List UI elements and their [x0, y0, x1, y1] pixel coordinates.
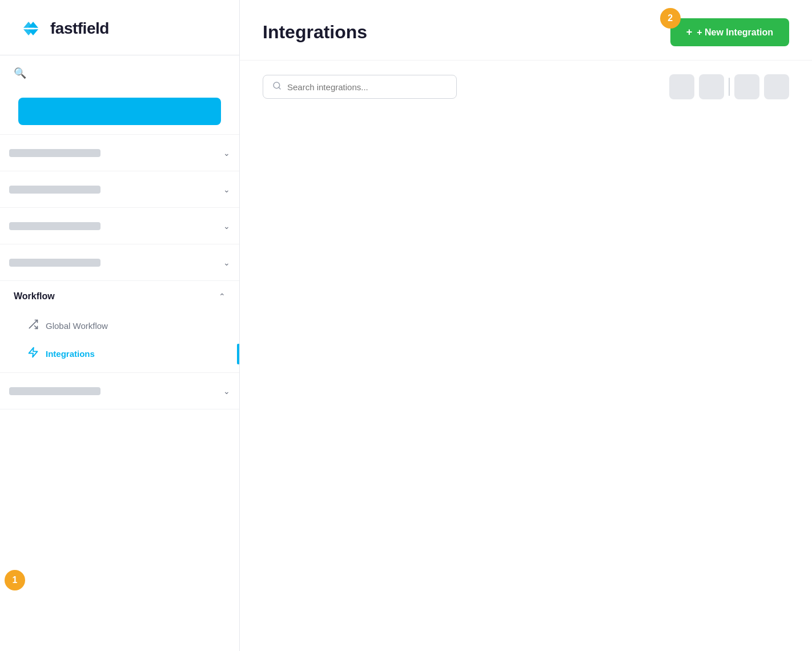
- nav-item-3[interactable]: ⌄: [0, 208, 239, 244]
- toolbar-btn-3[interactable]: [734, 74, 759, 99]
- new-integration-label: + New Integration: [697, 27, 773, 38]
- nav-item-skeleton-bar: [9, 222, 101, 230]
- main-header: Integrations 2 + + New Integration: [240, 0, 812, 61]
- nav-item-4[interactable]: ⌄: [0, 244, 239, 281]
- workflow-section: Workflow ⌃ Global Workflow: [0, 281, 239, 373]
- sidebar-item-label: Integrations: [46, 349, 95, 359]
- logo-text: fastfield: [50, 19, 109, 38]
- chevron-down-icon: ⌄: [223, 222, 230, 231]
- toolbar-btn-4[interactable]: [764, 74, 789, 99]
- sidebar-search-row[interactable]: 🔍: [0, 55, 239, 89]
- nav-item-skeleton-bar: [9, 387, 101, 395]
- sidebar: fastfield 🔍 ⌄ ⌄ ⌄ ⌄ Workf: [0, 0, 240, 651]
- nav-item-bottom[interactable]: ⌄: [0, 373, 239, 409]
- svg-marker-7: [29, 348, 38, 357]
- bolt-icon: [27, 347, 39, 361]
- plus-icon: +: [686, 26, 693, 38]
- header-right: 2 + + New Integration: [670, 18, 789, 46]
- search-input[interactable]: [287, 82, 447, 92]
- chevron-down-icon: ⌄: [223, 148, 230, 158]
- svg-line-9: [279, 87, 280, 89]
- page-title: Integrations: [263, 22, 367, 43]
- nav-item-skeleton-bar: [9, 259, 101, 267]
- chevron-down-icon: ⌄: [223, 185, 230, 194]
- nav-item-skeleton-bar: [9, 149, 101, 157]
- chevron-up-icon: ⌃: [219, 292, 226, 301]
- chevron-down-icon: ⌄: [223, 387, 230, 396]
- search-icon: [272, 81, 282, 93]
- nav-item-2[interactable]: ⌄: [0, 171, 239, 208]
- sidebar-item-label: Global Workflow: [46, 321, 108, 331]
- active-indicator: [237, 344, 239, 364]
- sidebar-nav: ⌄ ⌄ ⌄ ⌄ Workflow ⌃: [0, 89, 239, 651]
- nav-item-active[interactable]: [18, 98, 221, 125]
- toolbar-btn-1[interactable]: [669, 74, 694, 99]
- shuffle-icon: [27, 319, 39, 333]
- annotation-badge-2: 2: [660, 8, 681, 29]
- sidebar-item-integrations[interactable]: Integrations: [0, 340, 239, 368]
- chevron-down-icon: ⌄: [223, 258, 230, 267]
- sidebar-logo: fastfield: [0, 0, 239, 55]
- sidebar-item-global-workflow[interactable]: Global Workflow: [0, 312, 239, 340]
- toolbar: [240, 61, 812, 113]
- main-content: Integrations 2 + + New Integration: [240, 0, 812, 651]
- annotation-badge-1: 1: [5, 570, 25, 590]
- workflow-section-header[interactable]: Workflow ⌃: [0, 281, 239, 312]
- toolbar-buttons: [669, 74, 789, 99]
- workflow-section-title: Workflow: [14, 291, 55, 302]
- nav-item-1[interactable]: ⌄: [0, 135, 239, 171]
- toolbar-btn-2[interactable]: [699, 74, 724, 99]
- new-integration-button[interactable]: + + New Integration: [670, 18, 789, 46]
- search-box[interactable]: [263, 75, 457, 99]
- nav-item-skeleton-bar: [9, 186, 101, 194]
- toolbar-divider: [729, 78, 730, 96]
- fastfield-logo-icon: [18, 16, 43, 41]
- search-icon[interactable]: 🔍: [14, 67, 26, 79]
- workflow-section-items: Global Workflow Integrations: [0, 312, 239, 372]
